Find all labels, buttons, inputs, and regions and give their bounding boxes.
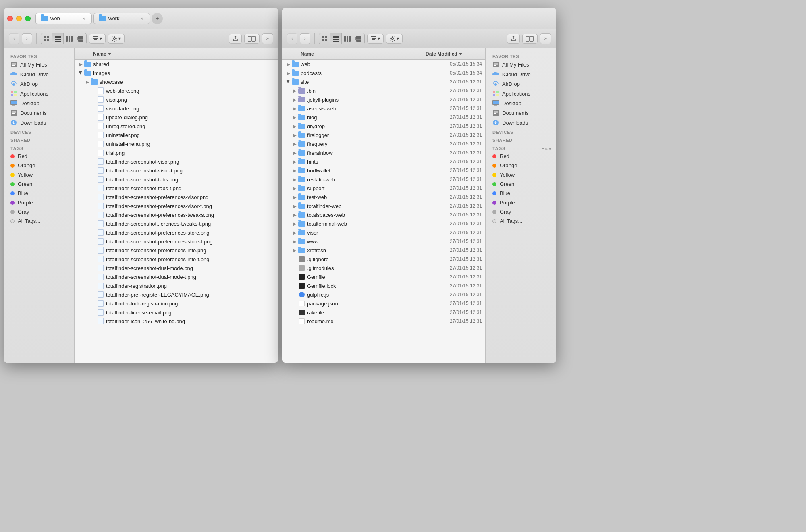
new-tab-button[interactable]: + [152, 13, 163, 24]
file-row[interactable]: ▶ www 27/01/15 12:31 [282, 237, 485, 246]
sidebar-right-item-airdrop[interactable]: AirDrop [486, 79, 556, 89]
sidebar-item-applications[interactable]: Applications [4, 89, 74, 98]
expand-arrow[interactable]: ▶ [292, 96, 298, 103]
file-row[interactable]: ▶ firequery 27/01/15 12:31 [282, 139, 485, 148]
tab-work[interactable]: work × [93, 13, 150, 24]
expand-arrow[interactable]: ▶ [292, 114, 298, 121]
file-row[interactable]: package.json 27/01/15 12:31 [282, 299, 485, 308]
back-button-r[interactable]: ‹ [287, 33, 297, 44]
file-row[interactable]: gulpfile.js 27/01/15 12:31 [282, 290, 485, 299]
expand-arrow[interactable]: ▶ [292, 203, 298, 209]
list-view-btn-r[interactable] [330, 33, 342, 44]
file-row[interactable]: ▶ hints 27/01/15 12:31 [282, 157, 485, 166]
file-row[interactable]: ▶ podcasts 05/02/15 15:34 [282, 69, 485, 77]
expand-arrow[interactable]: ▶ [78, 61, 84, 67]
file-row[interactable]: web-store.png [75, 86, 278, 95]
expand-arrow[interactable]: ▶ [292, 247, 298, 254]
expand-arrow[interactable]: ▶ [292, 150, 298, 156]
tab-web[interactable]: web × [35, 13, 92, 24]
expand-arrow[interactable]: ▶ [84, 79, 91, 85]
file-row[interactable]: ▶ totalspaces-web 27/01/15 12:31 [282, 210, 485, 219]
sidebar-item-airdrop[interactable]: AirDrop [4, 79, 74, 89]
file-row[interactable]: .gitmodules 27/01/15 12:31 [282, 264, 485, 272]
sidebar-item-icloud[interactable]: iCloud Drive [4, 69, 74, 79]
expand-arrow[interactable]: ▶ [292, 167, 298, 174]
sidebar-right-tag-all[interactable]: All Tags... [486, 216, 556, 226]
tab-close-web[interactable]: × [81, 16, 87, 21]
share-btn-r[interactable] [507, 34, 520, 44]
file-row[interactable]: totalfinder-pref-register-LEGACYIMAGE.pn… [75, 290, 278, 299]
sidebar-item-all-my-files[interactable]: All My Files [4, 60, 74, 69]
sidebar-tag-blue[interactable]: Blue [4, 189, 74, 198]
file-row[interactable]: totalfinder-screenshot-preferences-info-… [75, 255, 278, 264]
sidebar-right-tag-purple[interactable]: Purple [486, 198, 556, 207]
list-view-btn[interactable] [52, 33, 64, 44]
file-row[interactable]: totalfinder-screenshot-preferences-visor… [75, 193, 278, 202]
sidebar-right-tag-green[interactable]: Green [486, 179, 556, 189]
file-row[interactable]: totalfinder-registration.png [75, 281, 278, 290]
minimize-button[interactable] [16, 16, 22, 21]
expand-arrow[interactable]: ▶ [292, 185, 298, 191]
action-gear-btn[interactable]: ▾ [108, 34, 125, 44]
column-view-btn[interactable] [64, 33, 75, 44]
expand-arrow[interactable]: ▶ [292, 123, 298, 129]
sidebar-right-tag-red[interactable]: Red [486, 152, 556, 161]
file-row[interactable]: ▶ hodlwallet 27/01/15 12:31 [282, 166, 485, 175]
sidebar-tag-all[interactable]: All Tags... [4, 216, 74, 226]
file-row[interactable]: unregistered.png [75, 122, 278, 131]
file-row[interactable]: ▶ visor 27/01/15 12:31 [282, 228, 485, 237]
file-row[interactable]: visor.png [75, 95, 278, 104]
arrange-btn-r[interactable] [522, 34, 538, 44]
file-row[interactable]: totalfinder-screenshot...erences-tweaks-… [75, 219, 278, 228]
expand-arrow[interactable]: ▶ [285, 70, 292, 76]
file-row[interactable]: totalfinder-icon_256_white-bg.png [75, 317, 278, 326]
file-row[interactable]: ▶ site 27/01/15 12:31 [282, 77, 485, 86]
expand-arrow[interactable]: ▶ [292, 158, 298, 165]
sidebar-item-desktop[interactable]: Desktop [4, 98, 74, 108]
file-row[interactable]: ▶ blog 27/01/15 12:31 [282, 113, 485, 122]
traffic-lights-left[interactable] [7, 16, 31, 21]
expand-arrow[interactable]: ▶ [292, 105, 298, 112]
back-button[interactable]: ‹ [9, 33, 19, 44]
more-btn[interactable]: » [262, 33, 273, 44]
sidebar-right-item-desktop[interactable]: Desktop [486, 98, 556, 108]
file-row[interactable]: totalfinder-screenshot-tabs-t.png [75, 184, 278, 193]
file-row[interactable]: totalfinder-screenshot-preferences-store… [75, 228, 278, 237]
file-row[interactable]: totalfinder-screenshot-preferences-visor… [75, 202, 278, 210]
sidebar-right-item-downloads[interactable]: Downloads [486, 118, 556, 127]
column-view-btn-r[interactable] [342, 33, 353, 44]
expand-arrow[interactable]: ▶ [292, 229, 298, 236]
sort-action-btn-r[interactable]: ▾ [367, 34, 384, 44]
file-row[interactable]: Gemfile.lock 27/01/15 12:31 [282, 281, 485, 290]
file-row[interactable]: ▶ drydrop 27/01/15 12:31 [282, 122, 485, 131]
file-row[interactable]: trial.png [75, 148, 278, 157]
file-row[interactable]: update-dialog.png [75, 113, 278, 122]
sidebar-right-tag-orange[interactable]: Orange [486, 161, 556, 170]
file-row[interactable]: ▶ .bin 27/01/15 12:31 [282, 86, 485, 95]
file-row[interactable]: readme.md 27/01/15 12:31 [282, 317, 485, 326]
expand-arrow[interactable]: ▶ [292, 176, 298, 183]
file-row[interactable]: uninstall-menu.png [75, 139, 278, 148]
file-row[interactable]: ▶ totalterminal-web 27/01/15 12:31 [282, 219, 485, 228]
sidebar-tag-orange[interactable]: Orange [4, 161, 74, 170]
file-row[interactable]: ▶ totalfinder-web 27/01/15 12:31 [282, 202, 485, 210]
sidebar-tag-green[interactable]: Green [4, 179, 74, 189]
tab-close-work[interactable]: × [139, 16, 145, 21]
expand-arrow[interactable]: ▶ [292, 132, 298, 138]
expand-arrow[interactable]: ▶ [292, 220, 298, 227]
file-row[interactable]: ▶ firelogger 27/01/15 12:31 [282, 131, 485, 139]
forward-button[interactable]: › [22, 33, 32, 44]
file-row[interactable]: ▶ xrefresh 27/01/15 12:31 [282, 246, 485, 255]
file-row[interactable]: .gitignore 27/01/15 12:31 [282, 255, 485, 264]
expand-arrow[interactable]: ▶ [292, 141, 298, 147]
file-row[interactable]: totalfinder-screenshot-preferences-info.… [75, 246, 278, 255]
sidebar-right-item-all-my-files[interactable]: All My Files [486, 60, 556, 69]
expand-arrow[interactable]: ▶ [292, 87, 298, 94]
file-row[interactable]: totalfinder-screenshot-tabs.png [75, 175, 278, 184]
share-btn[interactable] [229, 34, 242, 44]
file-row[interactable]: totalfinder-screenshot-visor-t.png [75, 166, 278, 175]
file-row[interactable]: totalfinder-screenshot-dual-mode-t.png [75, 272, 278, 281]
sidebar-item-downloads[interactable]: Downloads [4, 118, 74, 127]
file-row[interactable]: ▶ showcase [75, 77, 278, 86]
file-row[interactable]: ▶ test-web 27/01/15 12:31 [282, 193, 485, 202]
